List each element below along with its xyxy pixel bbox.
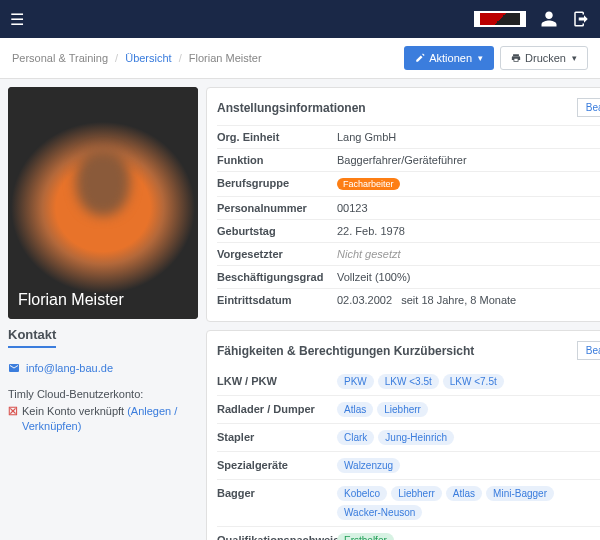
skill-tag: Clark <box>337 430 374 445</box>
skills-title: Fähigkeiten & Berechtigungen Kurzübersic… <box>217 344 474 358</box>
skill-row: BaggerKobelcoLiebherrAtlasMini-BaggerWac… <box>217 479 600 526</box>
skill-tag: Walzenzug <box>337 458 400 473</box>
logout-icon[interactable] <box>572 10 590 28</box>
skill-row: StaplerClarkJung-Heinrich <box>217 423 600 451</box>
employment-card: Anstellungsinformationen Bearbeiten Org.… <box>206 87 600 322</box>
skill-label: Bagger <box>217 485 337 499</box>
skill-label: Spezialgeräte <box>217 457 337 471</box>
skill-label: Qualifikationsnachweise <box>217 532 337 540</box>
profile-name: Florian Meister <box>18 291 124 309</box>
skills-card: Fähigkeiten & Berechtigungen Kurzübersic… <box>206 330 600 540</box>
skill-tag: Jung-Heinrich <box>378 430 454 445</box>
subbar: Personal & Training / Übersicht / Floria… <box>0 38 600 79</box>
aktionen-button[interactable]: Aktionen▾ <box>404 46 494 70</box>
skill-row: LKW / PKWPKWLKW <3.5tLKW <7.5t <box>217 368 600 395</box>
topbar: ☰ <box>0 0 600 38</box>
skill-label: Radlader / Dumper <box>217 401 337 415</box>
breadcrumb-leaf: Florian Meister <box>189 52 262 64</box>
breadcrumb-root[interactable]: Personal & Training <box>12 52 108 64</box>
skill-tag: Atlas <box>337 402 373 417</box>
skill-tag: Liebherr <box>377 402 428 417</box>
profile-photo: Florian Meister <box>8 87 198 319</box>
skill-tag: Atlas <box>446 486 482 501</box>
skill-tag: PKW <box>337 374 374 389</box>
email-row[interactable]: info@lang-bau.de <box>8 362 198 374</box>
skill-label: Stapler <box>217 429 337 443</box>
skill-tag: Wacker-Neuson <box>337 505 422 520</box>
hamburger-icon[interactable]: ☰ <box>10 10 24 29</box>
skill-row: SpezialgeräteWalzenzug <box>217 451 600 479</box>
skill-tag: Ersthelfer <box>337 533 394 540</box>
breadcrumb-mid[interactable]: Übersicht <box>125 52 171 64</box>
logo <box>474 11 526 27</box>
skill-label: LKW / PKW <box>217 373 337 387</box>
drucken-button[interactable]: Drucken▾ <box>500 46 588 70</box>
breadcrumb: Personal & Training / Übersicht / Floria… <box>12 52 262 64</box>
skill-tag: Liebherr <box>391 486 442 501</box>
x-icon: ☒ <box>8 404 18 419</box>
timly-status-text: Kein Konto verknüpft <box>22 405 124 417</box>
skill-tag: LKW <7.5t <box>443 374 504 389</box>
employment-edit-button[interactable]: Bearbeiten <box>577 98 600 117</box>
skill-row: QualifikationsnachweiseErsthelferSicherh… <box>217 526 600 540</box>
timly-title: Timly Cloud-Benutzerkonto: <box>8 388 198 400</box>
skill-tag: Mini-Bagger <box>486 486 554 501</box>
skills-edit-button[interactable]: Bearbeiten <box>577 341 600 360</box>
skill-row: Radlader / DumperAtlasLiebherr <box>217 395 600 423</box>
user-icon[interactable] <box>540 10 558 28</box>
employment-title: Anstellungsinformationen <box>217 101 366 115</box>
skill-tag: Kobelco <box>337 486 387 501</box>
kontakt-title: Kontakt <box>8 327 56 348</box>
skill-tag: LKW <3.5t <box>378 374 439 389</box>
email-icon <box>8 362 20 374</box>
